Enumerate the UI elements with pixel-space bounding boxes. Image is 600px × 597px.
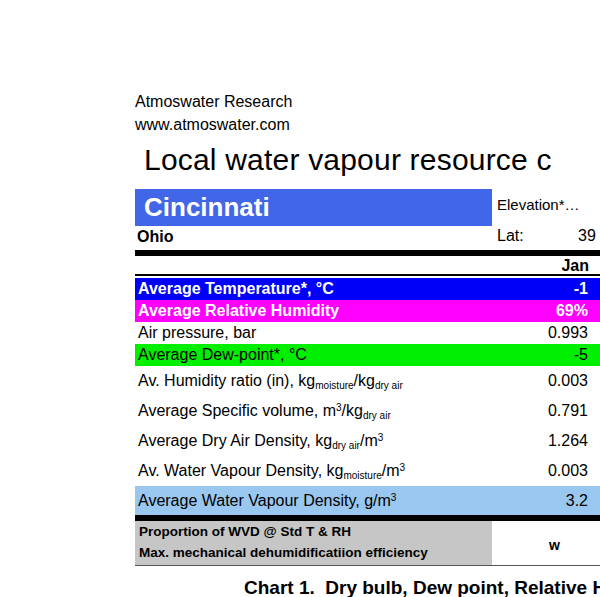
latitude-value: 39: [578, 227, 596, 245]
row-value: 0.993: [548, 324, 588, 342]
row-label: Air pressure, bar: [138, 324, 256, 342]
website-link[interactable]: www.atmoswater.com: [135, 116, 290, 134]
document-page: Atmoswater Research www.atmoswater.com L…: [0, 0, 600, 597]
row-value: 0.003: [548, 372, 588, 390]
city-name: Cincinnati: [144, 192, 270, 222]
footer-line-efficiency: Max. mechanical dehumidificatiion effici…: [139, 545, 428, 560]
page-title: Local water vapour resource c: [144, 143, 552, 177]
footer-partial-text: w: [549, 537, 560, 553]
row-label: Average Dew-point*, °C: [138, 346, 307, 364]
row-label: Average Water Vapour Density, g/m3: [138, 492, 396, 510]
row-value: -5: [574, 346, 588, 364]
table-row: Average Specific volume, m3/kgdry air0.7…: [135, 396, 600, 426]
row-label: Average Relative Humidity: [138, 302, 339, 320]
row-label: Av. Water Vapour Density, kgmoisture/m3: [138, 462, 405, 481]
footer-value-cell: w: [492, 521, 600, 565]
row-label: Average Temperature*, °C: [138, 280, 334, 298]
month-header-row: Jan: [135, 256, 600, 276]
row-value: 1.264: [548, 432, 588, 450]
row-value: 3.2: [566, 492, 588, 510]
table-row: Air pressure, bar0.993: [135, 322, 600, 344]
table-row: Average Dew-point*, °C-5: [135, 344, 600, 366]
table-row: Average Water Vapour Density, g/m33.2: [135, 486, 600, 516]
table-row: Average Dry Air Density, kgdry air/m31.2…: [135, 426, 600, 456]
row-label: Average Specific volume, m3/kgdry air: [138, 402, 391, 421]
table-row: Av. Water Vapour Density, kgmoisture/m30…: [135, 456, 600, 486]
elevation-label: Elevation*…: [497, 196, 580, 213]
row-value: 0.791: [548, 402, 588, 420]
row-value: -1: [574, 280, 588, 298]
city-header-band: Cincinnati: [135, 189, 492, 226]
row-value: 69%: [556, 302, 588, 320]
footer-panel: Proportion of WVD @ Std T & RH Max. mech…: [135, 521, 600, 566]
row-label: Average Dry Air Density, kgdry air/m3: [138, 432, 383, 451]
month-header: Jan: [561, 257, 589, 274]
row-value: 0.003: [548, 462, 588, 480]
state-name: Ohio: [137, 228, 173, 246]
latitude-label: Lat:: [497, 227, 524, 245]
data-table: Average Temperature*, °C-1Average Relati…: [135, 278, 600, 516]
company-name: Atmoswater Research: [135, 93, 292, 111]
chart-caption: Chart 1. Dry bulb, Dew point, Relative H: [244, 577, 600, 597]
table-row: Average Relative Humidity69%: [135, 300, 600, 322]
table-row: Av. Humidity ratio (in), kgmoisture/kgdr…: [135, 366, 600, 396]
table-row: Average Temperature*, °C-1: [135, 278, 600, 300]
footer-line-proportion: Proportion of WVD @ Std T & RH: [139, 524, 351, 539]
row-label: Av. Humidity ratio (in), kgmoisture/kgdr…: [138, 372, 403, 391]
